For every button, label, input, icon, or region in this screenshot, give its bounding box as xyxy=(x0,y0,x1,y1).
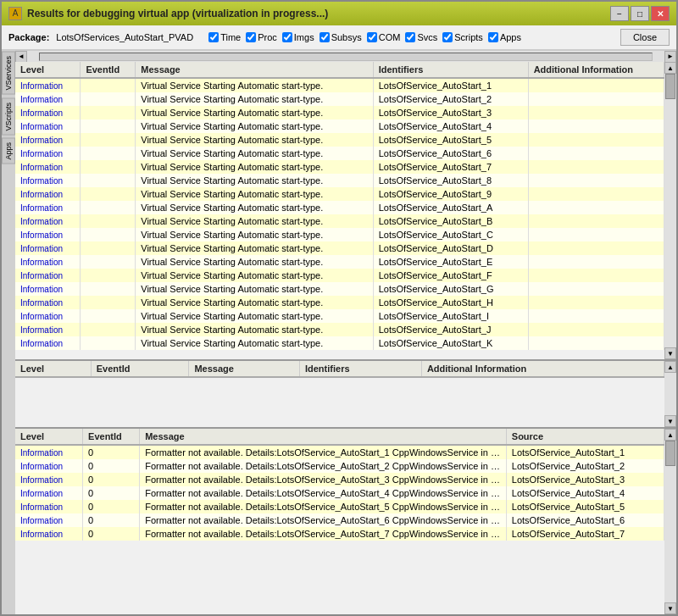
scripts-checkbox[interactable] xyxy=(442,32,453,42)
window-close-button[interactable]: ✕ xyxy=(651,6,670,21)
vservices-row[interactable]: Information Virtual Service Starting Aut… xyxy=(15,160,664,174)
vscripts-tab[interactable]: VScripts xyxy=(2,98,15,136)
cell-eventid xyxy=(81,201,136,214)
vservices-row[interactable]: Information Virtual Service Starting Aut… xyxy=(15,106,664,119)
subsys-checkbox[interactable] xyxy=(320,32,330,42)
hscroll-left-btn[interactable]: ◄ xyxy=(15,51,27,63)
apps-row[interactable]: Information 0 Formatter not available. D… xyxy=(15,445,664,459)
vscripts-table-area: Level EventId Message Identifiers Additi… xyxy=(15,361,676,427)
vscroll-thumb[interactable] xyxy=(665,74,675,99)
apps-vscroll-up[interactable]: ▲ xyxy=(664,429,676,441)
cell-source: LotsOfService_AutoStart_3 xyxy=(506,473,664,486)
cell-message: Virtual Service Starting Automatic start… xyxy=(136,282,373,296)
apps-vscroll-thumb[interactable] xyxy=(665,441,675,466)
cell-eventid: 0 xyxy=(83,527,140,541)
apps-vscroll[interactable]: ▲ ▼ xyxy=(664,429,676,614)
cell-identifiers: LotsOfService_AutoStart_F xyxy=(373,269,528,282)
cell-message: Virtual Service Starting Automatic start… xyxy=(136,296,373,309)
cell-eventid xyxy=(81,133,136,147)
cell-additional xyxy=(528,228,664,241)
cell-identifiers: LotsOfService_AutoStart_A xyxy=(373,201,528,214)
cell-message: Virtual Service Starting Automatic start… xyxy=(136,336,373,350)
imgs-checkbox[interactable] xyxy=(282,32,292,42)
vscripts-vscroll-track[interactable] xyxy=(664,373,676,415)
cell-eventid xyxy=(81,92,136,106)
cell-eventid: 0 xyxy=(83,473,140,486)
vservices-row[interactable]: Information Virtual Service Starting Aut… xyxy=(15,255,664,269)
proc-checkbox[interactable] xyxy=(246,32,256,42)
cell-eventid xyxy=(81,160,136,174)
apps-row[interactable]: Information 0 Formatter not available. D… xyxy=(15,473,664,486)
vservices-row[interactable]: Information Virtual Service Starting Aut… xyxy=(15,147,664,160)
cell-message: Virtual Service Starting Automatic start… xyxy=(136,174,373,187)
apps-row[interactable]: Information 0 Formatter not available. D… xyxy=(15,527,664,541)
minimize-button[interactable]: − xyxy=(610,6,629,21)
cell-level: Information xyxy=(15,323,81,336)
cell-identifiers: LotsOfService_AutoStart_7 xyxy=(373,160,528,174)
title-bar-left: A Results for debugging virtual app (vir… xyxy=(8,7,328,20)
apps-row[interactable]: Information 0 Formatter not available. D… xyxy=(15,500,664,513)
vscripts-vscroll[interactable]: ▲ ▼ xyxy=(664,361,676,427)
cell-level: Information xyxy=(15,241,81,255)
vservices-row[interactable]: Information Virtual Service Starting Aut… xyxy=(15,323,664,336)
cell-message: Virtual Service Starting Automatic start… xyxy=(136,147,373,160)
cell-identifiers: LotsOfService_AutoStart_9 xyxy=(373,187,528,201)
vservices-row[interactable]: Information Virtual Service Starting Aut… xyxy=(15,92,664,106)
vscripts-vscroll-down[interactable]: ▼ xyxy=(664,415,676,427)
cell-level: Information xyxy=(15,187,81,201)
vservices-row[interactable]: Information Virtual Service Starting Aut… xyxy=(15,309,664,323)
cell-level: Information xyxy=(15,147,81,160)
vservices-hscroll[interactable]: ◄ ► xyxy=(15,50,676,62)
vscripts-pane: Level EventId Message Identifiers Additi… xyxy=(15,361,676,429)
vservices-row[interactable]: Information Virtual Service Starting Aut… xyxy=(15,78,664,92)
hscroll-track[interactable] xyxy=(39,53,653,61)
vservices-row[interactable]: Information Virtual Service Starting Aut… xyxy=(15,187,664,201)
cell-message: Virtual Service Starting Automatic start… xyxy=(136,78,373,92)
vservices-row[interactable]: Information Virtual Service Starting Aut… xyxy=(15,282,664,296)
vservices-row[interactable]: Information Virtual Service Starting Aut… xyxy=(15,228,664,241)
vservices-row[interactable]: Information Virtual Service Starting Aut… xyxy=(15,133,664,147)
cell-eventid xyxy=(81,187,136,201)
time-checkbox[interactable] xyxy=(208,32,219,42)
apps-vscroll-down[interactable]: ▼ xyxy=(664,602,676,614)
vscripts-table: Level EventId Message Identifiers Additi… xyxy=(15,361,664,378)
vservices-row[interactable]: Information Virtual Service Starting Aut… xyxy=(15,174,664,187)
vscripts-vscroll-up[interactable]: ▲ xyxy=(664,361,676,373)
vservices-tab[interactable]: VServices xyxy=(2,52,15,95)
vscroll-down-btn[interactable]: ▼ xyxy=(664,347,676,359)
cell-source: LotsOfService_AutoStart_2 xyxy=(506,459,664,473)
close-button[interactable]: Close xyxy=(620,29,670,46)
vscroll-track[interactable] xyxy=(664,74,676,347)
cell-eventid xyxy=(81,282,136,296)
cell-message: Formatter not available. Details:LotsOfS… xyxy=(140,445,507,459)
cell-level: Information xyxy=(15,201,81,214)
apps-row[interactable]: Information 0 Formatter not available. D… xyxy=(15,513,664,527)
apps-tab[interactable]: Apps xyxy=(2,138,15,164)
vservices-row[interactable]: Information Virtual Service Starting Aut… xyxy=(15,336,664,350)
vservices-row[interactable]: Information Virtual Service Starting Aut… xyxy=(15,269,664,282)
vservices-vscroll[interactable]: ▲ ▼ xyxy=(664,62,676,359)
col-eventid: EventId xyxy=(81,62,136,78)
title-bar-controls: − □ ✕ xyxy=(610,6,670,21)
vservices-row[interactable]: Information Virtual Service Starting Aut… xyxy=(15,296,664,309)
maximize-button[interactable]: □ xyxy=(631,6,649,21)
vscroll-up-btn[interactable]: ▲ xyxy=(664,62,676,74)
apps-vscroll-track[interactable] xyxy=(664,441,676,602)
apps-row[interactable]: Information 0 Formatter not available. D… xyxy=(15,459,664,473)
com-checkbox[interactable] xyxy=(367,32,377,42)
cell-source: LotsOfService_AutoStart_7 xyxy=(506,527,664,541)
subsys-checkbox-item: Subsys xyxy=(320,32,362,42)
subsys-label: Subsys xyxy=(331,32,362,42)
cell-level: Information xyxy=(15,445,83,459)
vservices-row[interactable]: Information Virtual Service Starting Aut… xyxy=(15,241,664,255)
app-icon: A xyxy=(8,7,22,20)
hscroll-right-btn[interactable]: ► xyxy=(664,51,676,63)
cell-message: Virtual Service Starting Automatic start… xyxy=(136,309,373,323)
vservices-row[interactable]: Information Virtual Service Starting Aut… xyxy=(15,119,664,133)
vservices-row[interactable]: Information Virtual Service Starting Aut… xyxy=(15,214,664,228)
vservices-row[interactable]: Information Virtual Service Starting Aut… xyxy=(15,201,664,214)
apps-row[interactable]: Information 0 Formatter not available. D… xyxy=(15,486,664,500)
cell-message: Virtual Service Starting Automatic start… xyxy=(136,92,373,106)
svcs-checkbox[interactable] xyxy=(405,32,415,42)
apps-checkbox[interactable] xyxy=(488,32,498,42)
